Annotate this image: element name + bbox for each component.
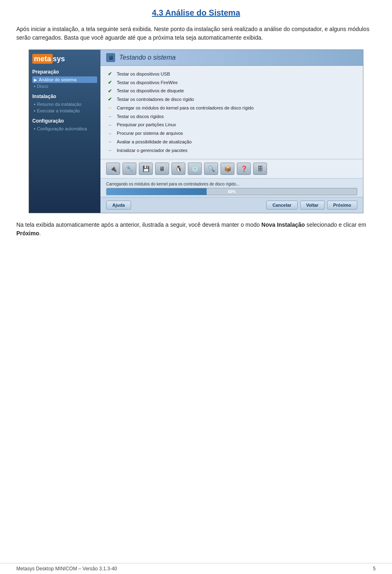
check-status-icon: ✔ — [107, 96, 113, 103]
check-item-text: Testar os dispositivos USB — [117, 71, 170, 77]
tool-icons-row: 🔌 🔧 💾 🖥 🐧 💿 🔍 📦 ❓ 🗄 — [100, 159, 363, 178]
check-status-icon: ✔ — [107, 79, 113, 86]
check-status-icon: – — [107, 138, 113, 145]
check-status-icon: – — [107, 122, 113, 129]
tool-icon-7[interactable]: 🔍 — [204, 163, 218, 175]
sidebar-logo: metasys — [32, 55, 97, 63]
tool-icon-8[interactable]: 📦 — [220, 163, 234, 175]
tool-icon-1[interactable]: 🔌 — [106, 163, 120, 175]
sidebar-bullet-executar-icon: • — [34, 109, 36, 113]
check-item-text: Carregar os módulos do kernel para os co… — [117, 105, 254, 111]
back-button[interactable]: Voltar — [300, 201, 325, 210]
check-status-icon: – — [107, 130, 113, 137]
check-item-text: Pesquisar por partições Linux — [117, 122, 176, 128]
tool-icon-6[interactable]: 💿 — [188, 163, 202, 175]
check-status-icon: → — [107, 105, 113, 112]
para2-bold2: Próximo — [16, 230, 39, 237]
cancel-button[interactable]: Cancelar — [266, 201, 297, 210]
header-icon: 🖥 — [106, 53, 115, 62]
checklist-item: → Carregar os módulos do kernel para os … — [107, 104, 356, 112]
check-item-text: Avaliar a possibilidade de atualização — [117, 139, 192, 145]
tool-icon-9[interactable]: ❓ — [237, 163, 251, 175]
sidebar-item-label-analise: Análise do sistema — [39, 77, 76, 82]
check-status-icon: ✔ — [107, 71, 113, 78]
sidebar-item-executar[interactable]: • Executar a instalação — [32, 107, 97, 114]
installer-main: 🖥 Testando o sistema ✔ Testar os disposi… — [100, 50, 363, 213]
installer-header: 🖥 Testando o sistema — [100, 50, 363, 66]
sidebar-item-label-resumo: Resumo da instalação — [37, 102, 82, 107]
checklist-item: – Pesquisar por partições Linux — [107, 121, 356, 130]
progress-area: Carregando os módulos do kernel para os … — [100, 178, 363, 197]
help-button[interactable]: Ajuda — [106, 201, 131, 210]
progress-label: Carregando os módulos do kernel para os … — [106, 182, 357, 186]
check-item-text: Procurar por sistema de arquivos — [117, 130, 183, 136]
progress-bar-background: 40% — [106, 188, 357, 195]
paragraph-2: Na tela exibida automaticamente após a a… — [16, 221, 376, 238]
sidebar-item-disco[interactable]: • Disco — [32, 83, 97, 89]
progress-bar-fill — [107, 188, 207, 195]
check-item-text: Testar os dispositivos FireWire — [117, 80, 178, 86]
check-item-text: Testar os discos rígidos — [117, 114, 164, 120]
tool-icon-3[interactable]: 💾 — [139, 163, 153, 175]
sidebar-item-config-auto[interactable]: • Configuração automática — [32, 125, 97, 132]
tool-icon-5[interactable]: 🐧 — [172, 163, 185, 175]
checklist-item: – Avaliar a possibilidade de atualização — [107, 138, 356, 146]
page-footer: Metasys Desktop MINICOM – Versão 3.1.3-4… — [0, 563, 392, 574]
tool-icon-2[interactable]: 🔧 — [122, 163, 136, 175]
sidebar-item-resumo[interactable]: • Resumo da instalação — [32, 101, 97, 107]
footer-left: Metasys Desktop MINICOM – Versão 3.1.3-4… — [16, 566, 117, 572]
logo-sys: sys — [53, 55, 65, 63]
sidebar-arrow-icon: ▶ — [34, 78, 37, 82]
checklist-item: ✔ Testar os dispositivos FireWire — [107, 78, 356, 87]
logo-meta: meta — [32, 54, 53, 64]
checklist-item: ✔ Testar os controladores de disco rígid… — [107, 95, 356, 104]
para2-bold: Nova Instalação — [261, 221, 305, 228]
checklist-area: ✔ Testar os dispositivos USB ✔ Testar os… — [100, 66, 363, 159]
tool-icon-10[interactable]: 🗄 — [253, 163, 267, 175]
check-item-text: Inicializar o gerenciador de pacotes — [117, 147, 187, 154]
sidebar-section-preparacao: Preparação — [32, 69, 97, 75]
tool-icon-4[interactable]: 🖥 — [155, 163, 169, 175]
page-title: 4.3 Análise do Sistema — [16, 8, 376, 18]
paragraph-1: Após iniciar a instalação, a tela seguin… — [16, 25, 376, 42]
installer-sidebar: metasys Preparação ▶ Análise do sistema … — [29, 50, 100, 213]
progress-bar-text: 40% — [227, 189, 236, 194]
sidebar-item-label-executar: Executar a instalação — [37, 108, 80, 113]
installer-header-title: Testando o sistema — [119, 54, 176, 61]
sidebar-section-configuracao: Configuração — [32, 118, 97, 124]
checklist-item: – Inicializar o gerenciador de pacotes — [107, 146, 356, 155]
checklist-item: – Procurar por sistema de arquivos — [107, 130, 356, 138]
checklist-item: – Testar os discos rígidos — [107, 112, 356, 121]
nav-buttons: Cancelar Voltar Próximo — [266, 201, 357, 210]
sidebar-bullet-config-icon: • — [34, 127, 36, 131]
sidebar-section-instalacao: Instalação — [32, 94, 97, 99]
para2-end: . — [39, 230, 41, 237]
sidebar-item-label-disco: Disco — [37, 84, 49, 89]
checklist-item: ✔ Testar os dispositivos de disquete — [107, 87, 356, 96]
checklist-item: ✔ Testar os dispositivos USB — [107, 70, 356, 78]
para2-prefix: Na tela exibida automaticamente após a a… — [16, 221, 261, 228]
check-item-text: Testar os dispositivos de disquete — [117, 88, 184, 94]
check-status-icon: – — [107, 147, 113, 154]
sidebar-item-analise[interactable]: ▶ Análise do sistema — [32, 76, 97, 83]
para2-suffix: selecionado e clicar em — [305, 221, 366, 228]
check-item-text: Testar os controladores de disco rígido — [117, 96, 194, 103]
sidebar-bullet-icon: • — [34, 84, 36, 89]
next-button[interactable]: Próximo — [327, 201, 357, 210]
sidebar-item-label-config: Configuração automática — [37, 126, 87, 131]
installer-screenshot: metasys Preparação ▶ Análise do sistema … — [29, 49, 363, 213]
sidebar-bullet-resumo-icon: • — [34, 102, 36, 107]
installer-bottom-buttons: Ajuda Cancelar Voltar Próximo — [100, 197, 363, 213]
check-status-icon: – — [107, 113, 113, 120]
header-icon-symbol: 🖥 — [108, 55, 114, 61]
check-status-icon: ✔ — [107, 88, 113, 95]
footer-right: 5 — [373, 566, 376, 572]
